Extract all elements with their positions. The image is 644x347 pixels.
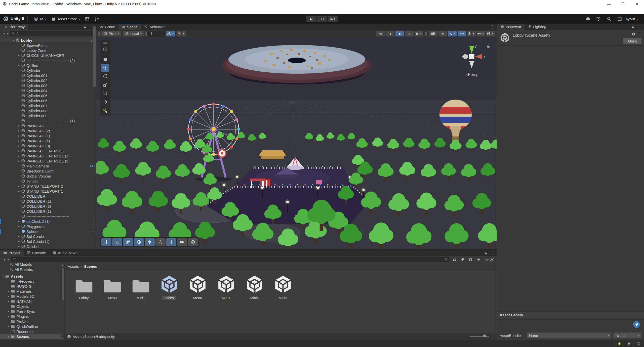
kebab-menu-icon[interactable]: ⋮	[638, 25, 642, 29]
pause-button[interactable]	[317, 16, 327, 22]
expand-arrow[interactable]: ▸	[17, 225, 21, 228]
expand-arrow[interactable]: ▸	[17, 134, 21, 138]
open-search-window-icon[interactable]	[444, 258, 448, 261]
version-control-button[interactable]	[92, 17, 102, 21]
hierarchy-row[interactable]: Cylinder.009	[0, 113, 96, 118]
custom-tool-button[interactable]	[101, 106, 109, 114]
hierarchy-row[interactable]: ▸ Playground	[0, 224, 96, 229]
shaded-sphere-button[interactable]: ◑	[386, 31, 394, 36]
audio-mute-button[interactable]: ♪	[438, 31, 447, 36]
expand-arrow[interactable]: ▸	[7, 294, 11, 298]
help-icon[interactable]	[632, 32, 635, 36]
chevron-down-icon[interactable]: ▾	[181, 31, 185, 36]
tab-inspector[interactable]: Inspector	[497, 24, 525, 30]
kebab-menu-icon[interactable]: ⋮	[90, 38, 94, 42]
hierarchy-row[interactable]: ▸ PANNEAU (1)	[0, 133, 96, 138]
menu-item[interactable]	[6, 8, 12, 14]
expand-arrow[interactable]: ▸	[17, 54, 21, 57]
view-hand-button[interactable]	[101, 55, 109, 63]
wireframe-sphere-button[interactable]: ⊕	[376, 31, 385, 36]
focused-cube-button[interactable]	[101, 45, 109, 53]
expand-arrow[interactable]: ▸	[7, 310, 11, 313]
overlays-sliders-overlay-button[interactable]	[112, 238, 122, 246]
slider-thumb[interactable]	[483, 334, 486, 337]
expand-arrow[interactable]: ▸	[17, 159, 21, 163]
step-button[interactable]: ▶	[328, 16, 338, 22]
hierarchy-row[interactable]: Sphere >	[0, 229, 96, 234]
hierarchy-row[interactable]: Cylinder.001	[0, 73, 96, 78]
scene-asset-item[interactable]: Mini2	[240, 273, 269, 300]
hierarchy-row[interactable]: Cylinder.002	[0, 78, 96, 83]
menu-item[interactable]	[56, 8, 61, 14]
project-tree-row[interactable]: ▸ NATHAN	[0, 299, 61, 304]
expand-arrow[interactable]: ▸	[17, 220, 21, 223]
expand-arrow[interactable]: ▸	[17, 154, 21, 158]
hierarchy-row[interactable]: Directional Light	[0, 168, 96, 173]
effects-button[interactable]: ▾	[448, 31, 457, 36]
menu-item[interactable]	[1, 8, 6, 14]
camera-preview-overlay-button[interactable]	[177, 238, 187, 246]
orientation-overlay-button[interactable]	[134, 238, 144, 246]
chevron-down-icon[interactable]: ▾	[471, 31, 475, 36]
menu-item[interactable]	[34, 8, 39, 14]
filter-by-label-button[interactable]	[459, 258, 465, 262]
gizmo-lock-icon[interactable]	[487, 44, 490, 48]
tab-project[interactable]: Project	[0, 250, 24, 256]
hidden-items-counter[interactable]: 30	[484, 257, 494, 262]
scroll-up-icon[interactable]: ▲	[61, 264, 64, 266]
favorite-search-item[interactable]: All Models	[0, 263, 61, 267]
menu-item[interactable]	[45, 8, 50, 14]
project-tree-row[interactable]: ▸ Plugins	[0, 314, 61, 319]
expand-arrow[interactable]: ▸	[17, 144, 21, 148]
hierarchy-row[interactable]: ---------------------------------- (2)	[0, 58, 96, 63]
debugger-bug-button[interactable]	[614, 340, 624, 347]
chevron-down-icon[interactable]: ▾	[491, 31, 494, 36]
lock-icon[interactable]	[631, 25, 635, 29]
expand-arrow[interactable]: ▾	[11, 38, 16, 42]
hierarchy-row[interactable]: ----------------------------------	[0, 214, 96, 219]
hierarchy-row[interactable]: ▸ Quilles	[0, 63, 96, 68]
hierarchy-row[interactable]: ▸ PANNEAU	[0, 123, 96, 128]
scene-lighting-button[interactable]: ●	[395, 31, 404, 36]
rect-button[interactable]	[101, 89, 109, 97]
lock-icon[interactable]	[84, 25, 87, 29]
move-overlay-button[interactable]	[101, 238, 111, 246]
hierarchy-row[interactable]: Cylinder.003	[0, 83, 96, 88]
hierarchy-row[interactable]: ▸ PANNEAU_ENTREE1 (2)	[0, 158, 96, 163]
hierarchy-scrollbar[interactable]	[93, 25, 96, 248]
gizmos-button[interactable]: ▾	[486, 31, 495, 36]
project-tree-row[interactable]: Objects	[0, 304, 61, 309]
hierarchy-tree[interactable]: ▾ Lobby ⋮ SpawnPoint Lobby Zone ▸ CLOCK …	[0, 37, 96, 249]
shadows-button[interactable]: ○	[405, 31, 414, 36]
handle-rotation-dropdown[interactable]: Local ▾	[123, 31, 144, 36]
hierarchy-row[interactable]: ---------------------------------- (1)	[0, 118, 96, 123]
hierarchy-row[interactable]: Cylinder.004	[0, 88, 96, 93]
hierarchy-row[interactable]: ▸ STAND TELEPORT 1	[0, 189, 96, 194]
menu-item[interactable]	[39, 8, 45, 14]
move-button[interactable]	[101, 64, 109, 72]
filter-importance-button[interactable]	[467, 258, 473, 262]
scroll-down-icon[interactable]: ▼	[61, 337, 64, 339]
menu-item[interactable]	[28, 8, 34, 14]
expand-arrow[interactable]: ▾	[1, 274, 5, 278]
grid-visibility-button[interactable]: ▾	[177, 31, 186, 36]
project-tree-row[interactable]: _Recovery	[0, 279, 61, 284]
hierarchy-search-box[interactable]	[10, 31, 94, 36]
hierarchy-row[interactable]: ▸ Sol Cercle (1)	[0, 239, 96, 244]
folder-item[interactable]: Menu	[98, 273, 127, 300]
layers-off-button[interactable]	[624, 340, 633, 347]
chevron-down-icon[interactable]: ▾	[171, 31, 175, 36]
search-button[interactable]	[604, 17, 614, 21]
breadcrumb-current[interactable]: Scenes	[84, 264, 97, 269]
2d-mode-button[interactable]: 2D	[429, 31, 437, 36]
scene-asset-item[interactable]: Lobby	[155, 273, 183, 300]
expand-arrow[interactable]: ▸	[17, 245, 21, 248]
expand-arrow[interactable]: ▸	[17, 124, 21, 127]
scene-visibility-button[interactable]	[458, 31, 466, 36]
account-button[interactable]: M ▾	[31, 17, 49, 21]
light-probes-overlay-button[interactable]	[145, 238, 155, 246]
project-tree-row[interactable]: ▸ Materials	[0, 289, 61, 294]
play-button[interactable]: ▶	[306, 16, 316, 22]
create-asset-button[interactable]: ＋▾	[3, 257, 9, 263]
project-search-box[interactable]	[11, 257, 449, 262]
